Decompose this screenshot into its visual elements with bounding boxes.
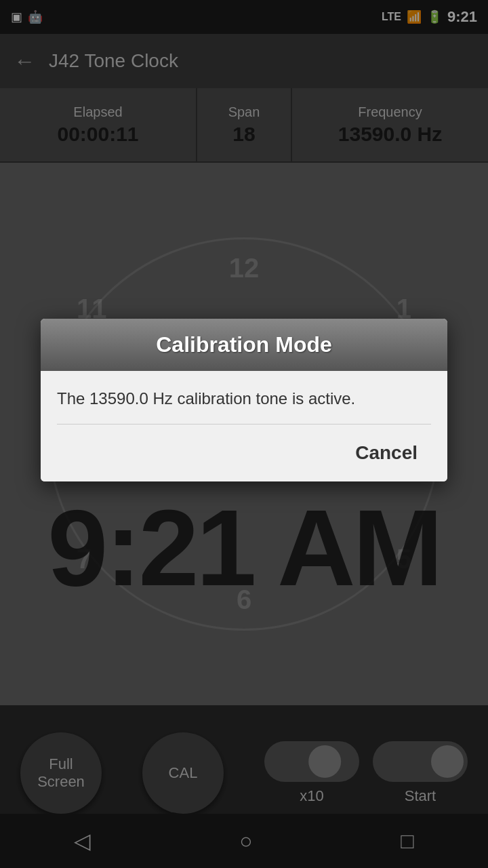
dialog-message: The 13590.0 Hz calibration tone is activ… — [57, 389, 355, 408]
dialog-overlay: Calibration Mode The 13590.0 Hz calibrat… — [0, 0, 488, 868]
dialog-actions: Cancel — [41, 425, 447, 481]
calibration-dialog: Calibration Mode The 13590.0 Hz calibrat… — [41, 319, 447, 481]
dialog-title: Calibration Mode — [156, 332, 332, 357]
dialog-body: The 13590.0 Hz calibration tone is activ… — [41, 371, 447, 425]
cancel-button[interactable]: Cancel — [342, 435, 431, 471]
dialog-title-bar: Calibration Mode — [41, 319, 447, 371]
